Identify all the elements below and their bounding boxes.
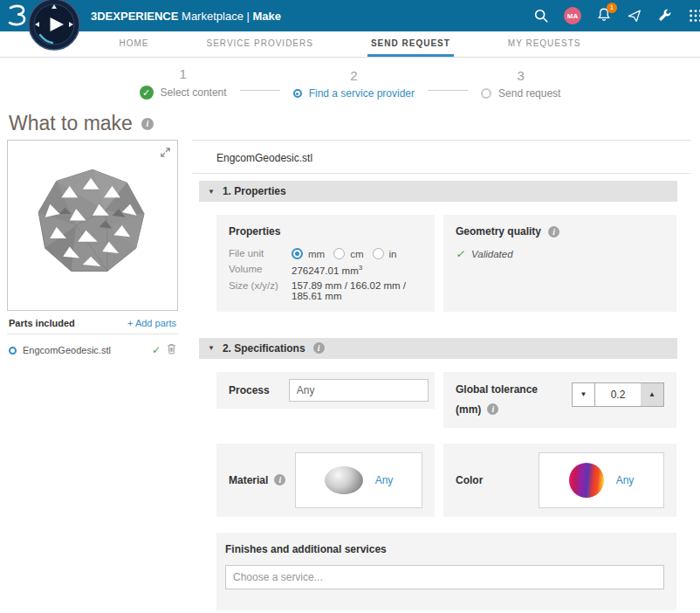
- brand-name: 3DEXPERIENCE: [91, 10, 178, 23]
- tolerance-value[interactable]: 0.2: [595, 382, 641, 407]
- finishes-label: Finishes and additional services: [225, 543, 664, 555]
- increment-button[interactable]: ▲: [641, 382, 664, 407]
- radio-mm[interactable]: [292, 248, 303, 259]
- parts-included-label: Parts included: [9, 318, 75, 328]
- module-name: Make: [253, 10, 282, 23]
- step-active-icon: [293, 89, 302, 98]
- tolerance-label: Global tolerance: [456, 382, 538, 396]
- tab-home[interactable]: HOME: [116, 31, 153, 57]
- compass-logo[interactable]: [28, 0, 80, 51]
- material-swatch-icon: [325, 466, 363, 494]
- volume-value: 276247.01 mm3: [292, 264, 422, 276]
- validated-icon: ✓: [456, 248, 464, 260]
- step-find-provider[interactable]: 2 Find a service provider: [293, 68, 415, 100]
- title-separator: |: [246, 10, 249, 23]
- share-icon[interactable]: [627, 8, 642, 24]
- step-label: Send request: [498, 87, 560, 100]
- make-app-page: 3DEXPERIENCE Marketplace | Make MA 1: [0, 0, 700, 613]
- global-tolerance-panel: Global tolerance (mm) ▼ 0.2 ▲: [443, 372, 676, 428]
- info-icon[interactable]: [274, 474, 285, 486]
- user-avatar[interactable]: MA: [564, 7, 581, 24]
- geometry-status: Validated: [471, 249, 513, 259]
- step-connector: [240, 90, 280, 91]
- tab-send-request[interactable]: SEND REQUEST: [367, 31, 454, 57]
- section-title: 1. Properties: [223, 185, 286, 197]
- page-title-row: What to make: [9, 112, 700, 135]
- step-label: Select content: [161, 86, 227, 99]
- size-label: Size (x/y/z): [229, 280, 292, 301]
- info-icon[interactable]: [548, 226, 559, 238]
- collapse-arrow-icon: ▼: [208, 344, 215, 352]
- unit-mm-label: mm: [308, 249, 325, 259]
- part-3d-preview[interactable]: [27, 160, 158, 293]
- part-name: EngcomGeodesic.stl: [23, 345, 146, 355]
- part-list-item[interactable]: EngcomGeodesic.stl ✓: [7, 343, 178, 357]
- delete-part-icon[interactable]: [167, 343, 176, 357]
- request-detail-panel: EngcomGeodesic.stl ▼ 1. Properties Prope…: [192, 140, 691, 610]
- material-color-row: Material Any Color Any: [216, 444, 691, 517]
- process-tolerance-row: Process Global tolerance (mm) ▼ 0.2 ▲: [216, 372, 691, 428]
- radio-in[interactable]: [373, 248, 384, 259]
- main-nav: HOME SERVICE PROVIDERS SEND REQUEST MY R…: [0, 31, 700, 58]
- file-unit-label: File unit: [229, 248, 292, 259]
- tolerance-stepper: ▼ 0.2 ▲: [572, 382, 664, 407]
- parts-header: Parts included + Add parts: [7, 318, 178, 334]
- top-bar: 3DEXPERIENCE Marketplace | Make MA 1: [0, 0, 700, 31]
- finishes-panel: Finishes and additional services: [216, 533, 676, 610]
- color-panel: Color Any: [443, 444, 676, 517]
- tools-icon[interactable]: [657, 8, 673, 24]
- properties-panel-title: Properties: [229, 225, 422, 238]
- process-input[interactable]: [289, 379, 429, 402]
- tolerance-unit-label: (mm): [456, 403, 481, 417]
- section-properties-header[interactable]: ▼ 1. Properties: [199, 181, 677, 202]
- section-specifications-header[interactable]: ▼ 2. Specifications: [199, 338, 677, 359]
- color-value: Any: [616, 474, 635, 486]
- process-panel: Process: [216, 372, 435, 409]
- material-panel: Material Any: [216, 444, 435, 517]
- service-input[interactable]: [225, 565, 664, 589]
- app-grid-icon[interactable]: [688, 8, 700, 24]
- search-icon[interactable]: [533, 8, 549, 24]
- volume-label: Volume: [229, 264, 292, 276]
- color-label: Color: [456, 474, 483, 486]
- unit-cm-label: cm: [350, 249, 363, 259]
- info-icon[interactable]: [313, 342, 325, 354]
- unit-in-label: in: [389, 249, 397, 259]
- expand-icon[interactable]: [159, 146, 172, 162]
- app-name: Marketplace: [182, 10, 244, 23]
- step-select-content[interactable]: 1 ✓ Select content: [140, 66, 227, 100]
- material-selector[interactable]: Any: [295, 452, 422, 508]
- step-number: 3: [518, 68, 525, 83]
- process-label: Process: [229, 384, 270, 396]
- properties-row: Properties File unit mm cm in Volume 276…: [216, 215, 691, 312]
- step-send-request[interactable]: 3 Send request: [481, 68, 560, 100]
- tab-service-providers[interactable]: SERVICE PROVIDERS: [203, 31, 317, 57]
- properties-panel: Properties File unit mm cm in Volume 276…: [216, 215, 435, 312]
- collapse-arrow-icon: ▼: [208, 188, 215, 196]
- step-connector: [428, 90, 468, 91]
- material-label: Material: [229, 474, 268, 486]
- tab-my-requests[interactable]: MY REQUESTS: [504, 31, 585, 57]
- file-unit-radios: mm cm in: [292, 248, 422, 259]
- part-preview-card: [7, 140, 178, 311]
- geometry-quality-title: Geometry quality: [456, 225, 541, 238]
- notifications-button[interactable]: 1: [596, 7, 612, 25]
- parts-sidebar: Parts included + Add parts EngcomGeodesi…: [7, 140, 178, 357]
- add-parts-link[interactable]: + Add parts: [127, 318, 176, 328]
- step-done-icon: ✓: [140, 86, 154, 100]
- part-valid-icon: ✓: [152, 344, 161, 356]
- topbar-icons: MA 1: [533, 7, 700, 25]
- info-icon[interactable]: [141, 118, 154, 130]
- color-wheel-icon: [569, 463, 604, 498]
- 3ds-logo-icon: [4, 3, 31, 31]
- wizard-stepper: 1 ✓ Select content 2 Find a service prov…: [0, 66, 700, 100]
- app-title: 3DEXPERIENCE Marketplace | Make: [91, 10, 281, 23]
- info-icon[interactable]: [487, 403, 498, 415]
- radio-cm[interactable]: [333, 248, 345, 259]
- color-selector[interactable]: Any: [539, 452, 664, 508]
- size-value: 157.89 mm / 166.02 mm / 185.61 mm: [292, 280, 422, 301]
- selected-file-name: EngcomGeodesic.stl: [192, 141, 691, 174]
- decrement-button[interactable]: ▼: [572, 382, 595, 407]
- page-title: What to make: [9, 112, 133, 135]
- section-title: 2. Specifications: [223, 342, 305, 355]
